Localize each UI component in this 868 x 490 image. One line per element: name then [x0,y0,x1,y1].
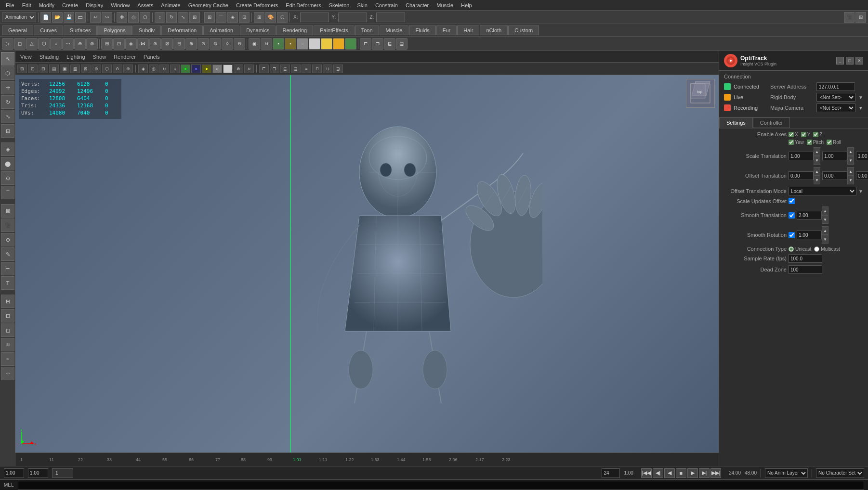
vp-sub-27[interactable]: ≡ [302,64,311,73]
color-icon-6[interactable]: ● [333,38,344,50]
poly-icon-25[interactable]: ⊑ [384,38,395,50]
paint-select-tool[interactable]: ⬡ [1,66,14,80]
offset-mode-select[interactable]: Local World [789,187,856,195]
color-icon-4[interactable]: ○ [309,38,320,50]
snap-surface-btn[interactable]: ⊡ [239,12,250,23]
cloth-btn[interactable]: ◻ [1,323,14,337]
color-icon-7[interactable]: ● [345,38,356,50]
menu-window[interactable]: Window [107,1,133,9]
vp-sub-15[interactable]: ⊍ [170,64,180,73]
hair-btn[interactable]: ≋ [1,338,14,351]
select-btn[interactable]: ✚ [117,12,127,23]
smooth-trans-dn[interactable]: ▼ [822,215,829,224]
smooth-rotation-chk[interactable] [789,232,795,238]
poly-icon-8[interactable]: ⊗ [86,38,98,50]
menu-skeleton[interactable]: Skeleton [325,1,354,9]
tab-rendering[interactable]: Rendering [276,26,313,35]
vp-sub-10[interactable]: ⊙ [113,64,122,73]
history-btn[interactable]: ⊞ [254,12,264,23]
st-input-2[interactable] [822,152,847,160]
vp-sub-7[interactable]: ⊠ [81,64,91,73]
layout-btn[interactable]: ⊞ [855,12,866,23]
move-tool[interactable]: ✛ [1,81,14,94]
show-manip-tool[interactable]: ◈ [1,142,14,156]
vp-sub-23[interactable]: ⊏ [259,64,269,73]
current-time-input[interactable] [28,468,48,478]
curve-tool[interactable]: ⌒ [1,186,14,199]
vp-sub-21[interactable]: ⊗ [234,64,243,73]
vp-sub-2[interactable]: ⊡ [28,64,38,73]
chk-roll-input[interactable] [827,140,832,145]
tab-deformation[interactable]: Deformation [161,26,203,35]
poly-icon-21[interactable]: ◉ [249,38,260,50]
poly-icon-3[interactable]: △ [26,38,38,50]
color-icon-3[interactable]: ○ [297,38,308,50]
poly-icon-26[interactable]: ⊒ [396,38,408,50]
fluid-btn[interactable]: ≈ [1,352,14,366]
tab-fur[interactable]: Fur [436,26,457,35]
tab-surfaces[interactable]: Surfaces [64,26,97,35]
menu-help[interactable]: Help [457,1,476,9]
maya-camera-arrow[interactable]: ▼ [858,105,863,111]
ot-spin-dn-1[interactable]: ▼ [814,176,820,184]
sample-rate-input[interactable] [789,254,822,263]
menu-edit[interactable]: Edit [18,1,35,9]
chk-z-input[interactable] [813,132,818,137]
menu-display[interactable]: Display [82,1,107,9]
poly-icon-4[interactable]: ⬡ [38,38,50,50]
snap-grid-btn[interactable]: ⊞ [204,12,215,23]
poly-icon-24[interactable]: ⊐ [372,38,383,50]
vp-sub-16[interactable]: ● [181,64,190,73]
tab-hair[interactable]: Hair [457,26,479,35]
smooth-translation-chk[interactable] [789,212,795,219]
tab-fluids[interactable]: Fluids [409,26,435,35]
chk-pitch-input[interactable] [807,140,812,145]
display-btn[interactable]: ⊞ [1,295,14,308]
poly-icon-22[interactable]: ⊎ [261,38,272,50]
unicast-input[interactable] [789,246,794,252]
menu-assets[interactable]: Assets [133,1,157,9]
poly-icon-6[interactable]: ⋯ [62,38,74,50]
sculpt-tool[interactable]: ⊙ [1,171,14,185]
vp-sub-9[interactable]: ⬡ [102,64,112,73]
poly-icon-1[interactable]: ▷ [2,38,13,50]
character-set-select[interactable]: No Character Set [816,468,864,478]
cmd-input[interactable] [18,481,864,490]
chk-yaw-input[interactable] [789,140,794,145]
start-time-input[interactable] [4,468,24,478]
universal-btn[interactable]: ⊞ [189,12,200,23]
x-input[interactable] [300,13,329,22]
tab-settings[interactable]: Settings [719,117,753,128]
st-input-1[interactable] [789,152,814,160]
tab-dynamics[interactable]: Dynamics [240,26,276,35]
rotate-btn[interactable]: ↻ [166,12,177,23]
tab-ncloth[interactable]: nCloth [480,26,508,35]
rigid-body-arrow[interactable]: ▼ [858,95,863,100]
menu-character[interactable]: Character [402,1,433,9]
poly-icon-17[interactable]: ⊙ [197,38,209,50]
render-btn[interactable]: 🎨 [265,12,276,23]
poly-icon-12[interactable]: ⋈ [137,38,149,50]
poly-icon-9[interactable]: ⊞ [101,38,113,50]
save-btn[interactable]: 💾 [64,12,74,23]
poly-icon-14[interactable]: ⊠ [161,38,173,50]
render-icon-btn[interactable]: ⊡ [1,309,14,322]
poly-icon-20[interactable]: ⊖ [234,38,245,50]
smooth-rot-dn[interactable]: ▼ [822,235,829,244]
poly-icon-15[interactable]: ⊟ [173,38,185,50]
prev-frame-btn[interactable]: ◀| [653,468,663,478]
vp-sub-24[interactable]: ⊐ [270,64,279,73]
tab-curves[interactable]: Curves [34,26,63,35]
next-btn[interactable]: ▶| [699,468,710,478]
snap-curve-btn[interactable]: ⌒ [216,12,226,23]
ot-spin-up-1[interactable]: ▲ [814,167,820,176]
smooth-trans-input[interactable] [797,211,822,219]
snap-point-btn[interactable]: ◈ [227,12,238,23]
ot-spin-up-2[interactable]: ▲ [847,167,854,176]
frame-input[interactable] [55,470,70,476]
color-icon-5[interactable]: ● [321,38,332,50]
panel-close-btn[interactable]: ✕ [855,57,863,64]
range-input[interactable] [602,468,620,478]
poly-icon-19[interactable]: ◊ [222,38,233,50]
poly-icon-18[interactable]: ⊚ [210,38,221,50]
